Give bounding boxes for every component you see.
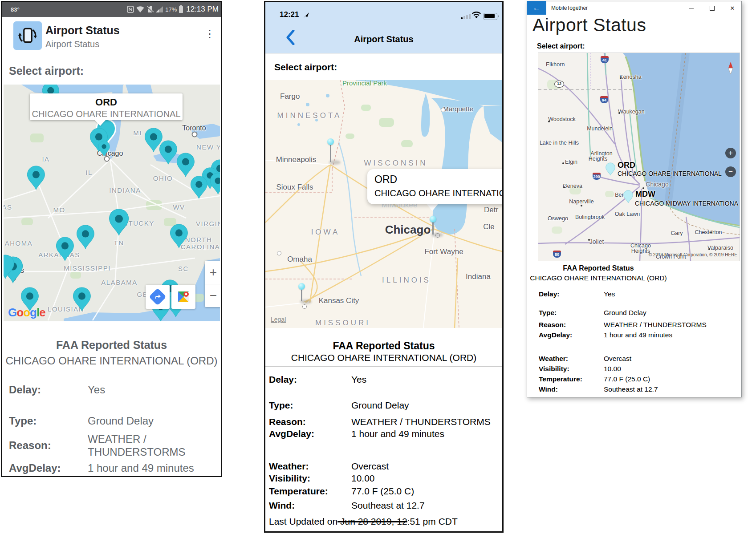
close-button[interactable]: ✕: [725, 1, 740, 15]
window-app-name: MobileTogether: [551, 5, 588, 11]
airport-map-pin[interactable]: [56, 237, 74, 261]
page-title: Airport Status: [532, 15, 646, 36]
airport-map-pin[interactable]: [606, 162, 615, 176]
google-directions-button[interactable]: [146, 285, 170, 309]
map-label: Chesterton: [695, 229, 722, 235]
row-value: 10.00: [604, 365, 730, 373]
row-value: 1 hour and 49 minutes: [351, 429, 499, 439]
app-icon: [13, 21, 42, 50]
windows-screenshot: ← MobileTogether ✕ Airport Status Select…: [527, 1, 742, 397]
google-maps-app-button[interactable]: [171, 285, 195, 309]
ios-status-nav-bar: [265, 2, 502, 53]
app-header: Airport Status Airport Status ⋮: [2, 17, 221, 50]
map-label: Waukegan: [618, 109, 644, 115]
airport-map-pin[interactable]: [170, 224, 188, 248]
legal-link[interactable]: Legal: [271, 316, 286, 323]
row-value: Southeast at 12.7: [604, 385, 730, 393]
airport-code: ORD: [30, 97, 183, 108]
city-dot: [562, 162, 564, 164]
airport-map-pin[interactable]: [176, 153, 195, 177]
airport-tooltip[interactable]: ORD CHICAGO OHARE INTERNATIONAL: [30, 93, 183, 120]
zoom-in-button[interactable]: +: [725, 148, 736, 158]
signal-strength-icon: [156, 6, 163, 12]
temperature-readout: 83°: [11, 6, 20, 13]
map-label: Valparaiso: [707, 245, 733, 251]
apple-map[interactable]: ORD CHICAGO OHARE INTERNATIO Legal Fargo…: [265, 80, 502, 328]
divider: [265, 366, 502, 367]
highway-shield-icon: 80: [553, 251, 561, 258]
airport-callout[interactable]: ORD CHICAGO OHARE INTERNATIO: [367, 169, 502, 204]
row-label: Weather:: [539, 355, 604, 363]
android-status-bar: 83° 17% 12:13 PM: [2, 2, 221, 17]
zoom-out-button[interactable]: −: [725, 166, 736, 177]
overflow-menu-button[interactable]: ⋮: [204, 28, 215, 40]
callout-pointer: [426, 203, 439, 211]
close-icon: ✕: [730, 5, 735, 12]
maximize-button[interactable]: [704, 1, 719, 15]
faa-airport-line: CHICAGO OHARE INTERNATIONAL (ORD): [527, 274, 670, 282]
map-label: VIRGINIA: [196, 220, 220, 227]
airport-map-pin[interactable]: [159, 140, 178, 165]
status-row-avgdelay: AvgDelay:1 hour and 49 minutes: [269, 427, 499, 441]
row-value: Ground Delay: [351, 400, 499, 411]
status-row-visibility: Visibility:10.00: [539, 364, 730, 373]
google-logo: Google: [8, 306, 45, 320]
ios-screenshot: 12:21 Airport Status Select airport:: [264, 1, 504, 533]
back-button[interactable]: ←: [527, 1, 546, 15]
airport-map-pin[interactable]: [210, 173, 220, 194]
google-logo-letter: o: [23, 306, 30, 319]
airport-map-pin[interactable]: [109, 209, 129, 236]
airport-map-pin[interactable]: [4, 255, 15, 279]
airport-map-pin[interactable]: [98, 141, 110, 157]
ord-name-label: CHICAGO OHARE INTERNATIONAL: [618, 170, 722, 177]
map-label: Gary: [671, 230, 683, 236]
status-row-reason: Reason:WEATHER / THUNDERSTORMS: [9, 432, 215, 459]
minimize-button[interactable]: [684, 1, 699, 15]
map-label: Bolingbrook: [575, 214, 605, 220]
clock: 12:13 PM: [186, 5, 219, 14]
row-label: Type:: [9, 415, 88, 427]
status-row-reason: Reason:WEATHER / THUNDERSTORMS: [269, 415, 499, 429]
android-screenshot: 83° 17% 12:13 PM Airpo: [1, 1, 222, 477]
google-map[interactable]: ORD CHICAGO OHARE INTERNATIONAL + −: [4, 85, 220, 321]
back-button[interactable]: [286, 30, 295, 47]
row-value: Yes: [604, 290, 730, 298]
screenshot-stage: 83° 17% 12:13 PM Airpo: [0, 0, 756, 534]
google-logo-letter: g: [30, 306, 37, 319]
map-label: Kansas City: [319, 296, 359, 305]
last-updated-prefix: Last Updated on: [269, 516, 337, 526]
airport-map-pin[interactable]: [623, 190, 633, 204]
city-dot: [277, 251, 281, 255]
google-maps-icon: [177, 291, 190, 303]
airport-map-pin[interactable]: [73, 287, 91, 312]
battery-icon: [179, 6, 183, 13]
status-row-weather: Weather:Overcast: [539, 354, 730, 363]
airport-map-pin[interactable]: [190, 176, 208, 199]
map-label: WISCONSIN: [364, 159, 427, 168]
airport-map-pin[interactable]: [76, 225, 95, 249]
signal-strength-icon: [461, 14, 471, 19]
row-value: 77.0 F (25.0 C): [351, 486, 499, 497]
airport-name: CHICAGO OHARE INTERNATIO: [374, 188, 502, 198]
map-label: Chicago: [646, 181, 668, 188]
map-label: Heights: [589, 156, 607, 162]
status-row-delay: Delay:Yes: [9, 383, 215, 396]
city-dot: [548, 121, 550, 122]
bing-map[interactable]: ORD CHICAGO OHARE INTERNATIONAL MDW CHIC…: [538, 53, 740, 261]
app-title: Airport Status: [45, 24, 120, 37]
map-label: Ber: [615, 192, 623, 198]
map-label: MO: [53, 206, 65, 214]
airport-map-pin[interactable]: [27, 166, 45, 190]
status-row-wind: Wind:Southeast at 12.7: [539, 385, 730, 394]
row-value: Ground Delay: [88, 415, 215, 427]
zoom-out-button[interactable]: −: [205, 284, 220, 307]
map-label: Mundelein: [587, 125, 613, 132]
select-airport-label: Select airport:: [537, 42, 585, 50]
row-label: AvgDelay:: [539, 331, 604, 339]
zoom-in-button[interactable]: +: [205, 261, 220, 284]
status-row-temperature: Temperature:77.0 F (25.0 C): [269, 485, 499, 498]
map-label: Omaha: [287, 255, 312, 264]
last-updated-suffix: :51 pm CDT: [407, 516, 458, 526]
clock: 12:21: [280, 10, 299, 19]
status-row-wind: Wind:Southeast at 12.7: [269, 499, 499, 512]
